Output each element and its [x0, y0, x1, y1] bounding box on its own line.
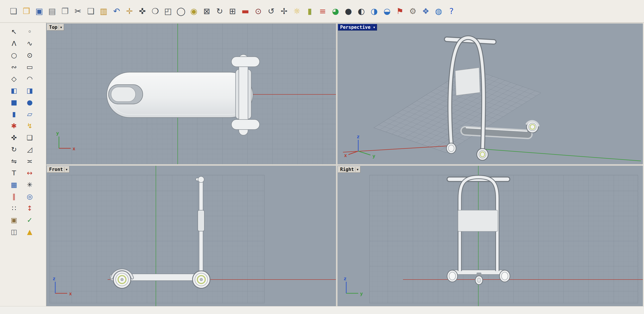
- sidebar-button-control-point-curve[interactable]: ∿: [22, 37, 37, 49]
- toolbar-button-zoom-dynamic[interactable]: ◯: [175, 4, 187, 18]
- shaded-view-icon: ●: [345, 7, 352, 15]
- sidebar-button-move[interactable]: ✜: [6, 132, 22, 143]
- sidebar-button-sweep-surface[interactable]: ◨: [22, 85, 37, 96]
- viewport-right-canvas[interactable]: z y: [338, 166, 643, 306]
- viewport-front-canvas[interactable]: z x: [46, 166, 336, 306]
- chevron-down-icon[interactable]: ▼: [372, 25, 376, 30]
- sidebar-button-circle[interactable]: ○: [6, 49, 22, 61]
- sidebar-button-rectangle[interactable]: ▭: [22, 61, 37, 73]
- sidebar-button-pipe[interactable]: ∥: [6, 191, 22, 202]
- toolbar-button-named-views[interactable]: ▬: [239, 4, 252, 18]
- sidebar-button-rotate[interactable]: ↻: [6, 143, 22, 155]
- sidebar-button-mirror[interactable]: ⇋: [6, 155, 22, 167]
- toolbar-button-layers[interactable]: ≡: [316, 4, 329, 18]
- chevron-down-icon[interactable]: ▼: [59, 25, 63, 30]
- sidebar-button-scale[interactable]: ◿: [22, 143, 37, 155]
- toolbar-button-print[interactable]: ▤: [46, 4, 58, 18]
- offset-icon: ≍: [27, 158, 32, 165]
- sidebar-button-check-errors[interactable]: ✓: [22, 214, 37, 226]
- toolbar-button-help[interactable]: ?: [445, 4, 458, 18]
- chevron-down-icon[interactable]: ▼: [355, 167, 360, 172]
- viewport-perspective-tab[interactable]: Perspective ▼: [338, 24, 377, 30]
- sidebar-button-text-object[interactable]: T: [6, 167, 22, 179]
- sidebar-button-vertical-dimension[interactable]: ↕: [22, 202, 37, 214]
- toolbar-button-rotate-camera[interactable]: ↺: [265, 4, 277, 18]
- new-document-icon: ❏: [10, 7, 17, 15]
- toolbar-button-open-file[interactable]: ❒: [20, 4, 32, 18]
- sidebar-button-explode[interactable]: ✳: [22, 179, 37, 191]
- toolbar-button-gumball[interactable]: ❖: [420, 4, 432, 18]
- toolbar-button-flag[interactable]: ⚑: [394, 4, 406, 18]
- sidebar-button-revolve[interactable]: ◎: [22, 191, 37, 202]
- sidebar-button-dimension[interactable]: ↔: [22, 167, 37, 179]
- single-point-icon: ◦: [28, 28, 32, 35]
- toolbar-button-render[interactable]: ◑: [368, 4, 380, 18]
- sidebar-button-select-arrow[interactable]: ↖: [6, 26, 22, 37]
- toolbar-button-options-gear[interactable]: ⚙: [407, 4, 419, 18]
- viewport-front-tab[interactable]: Front ▼: [47, 166, 70, 173]
- toolbar-button-export-selected[interactable]: ❐: [59, 4, 71, 18]
- toolbar-button-light[interactable]: ☼: [291, 4, 303, 18]
- viewport-top[interactable]: y x Top ▼: [46, 23, 336, 164]
- toolbar-button-zoom-extents[interactable]: ⊠: [200, 4, 213, 18]
- sidebar-button-cylinder[interactable]: ▮: [6, 108, 22, 120]
- sidebar-button-boolean-union[interactable]: ✱: [6, 120, 22, 132]
- toolbar-button-lock-viewport[interactable]: ▮: [304, 4, 316, 18]
- toolbar-button-zoom-window[interactable]: ◰: [162, 4, 174, 18]
- viewport-perspective[interactable]: z x y Perspective ▼: [338, 23, 643, 164]
- toolbar-button-set-cplane[interactable]: ✢: [278, 4, 290, 18]
- sidebar-button-group[interactable]: ▣: [6, 214, 22, 226]
- lock-viewport-icon: ▮: [308, 7, 312, 15]
- sidebar-button-copy-object[interactable]: ❑: [22, 132, 37, 143]
- viewport-front[interactable]: z x Front ▼: [46, 166, 336, 306]
- rotate-view-icon: ↻: [216, 7, 223, 15]
- cut-icon: ✂: [74, 7, 81, 15]
- viewport-right[interactable]: z y Right ▼: [338, 166, 643, 306]
- sidebar-button-block[interactable]: ▦: [6, 179, 22, 191]
- toolbar-button-zoom[interactable]: ❍: [149, 4, 161, 18]
- viewport-top-canvas[interactable]: y x: [46, 23, 336, 164]
- toolbar-button-color-picker[interactable]: ◕: [330, 4, 342, 18]
- toolbar-button-render-preview[interactable]: ◒: [381, 4, 393, 18]
- viewport-right-tab[interactable]: Right ▼: [338, 166, 360, 173]
- sidebar-button-arc[interactable]: ◠: [22, 73, 37, 85]
- sidebar-button-freeform-curve[interactable]: ∾: [6, 61, 22, 73]
- zoom-selected-icon: ⊙: [255, 7, 262, 15]
- viewport-perspective-canvas[interactable]: z x y: [338, 23, 643, 164]
- sidebar-button-box[interactable]: ■: [6, 96, 22, 108]
- sidebar-button-ellipse[interactable]: ⊙: [22, 49, 37, 61]
- undo-icon: ↶: [113, 7, 120, 15]
- toolbar-button-web-browser[interactable]: ◍: [432, 4, 445, 18]
- toolbar-button-move-view[interactable]: ✜: [136, 4, 148, 18]
- sidebar-button-cone[interactable]: ▲: [22, 226, 37, 238]
- toolbar-button-rendered-view[interactable]: ◐: [355, 4, 368, 18]
- sidebar-button-fillet-edge[interactable]: ↯: [22, 120, 37, 132]
- toolbar-button-zoom-target[interactable]: ◉: [188, 4, 200, 18]
- toolbar-button-undo[interactable]: ↶: [110, 4, 123, 18]
- toolbar-button-copy[interactable]: ❑: [85, 4, 97, 18]
- chevron-down-icon[interactable]: ▼: [64, 167, 69, 172]
- toolbar-button-shaded-view[interactable]: ●: [342, 4, 354, 18]
- toolbar-button-new-document[interactable]: ❏: [8, 4, 20, 18]
- viewport-top-tab[interactable]: Top ▼: [47, 24, 64, 30]
- toolbar-button-rotate-view[interactable]: ↻: [214, 4, 226, 18]
- toolbar-button-save[interactable]: ▣: [33, 4, 46, 18]
- toolbar-button-paste[interactable]: ▥: [98, 4, 110, 18]
- toolbar-button-viewport-layout[interactable]: ⊞: [226, 4, 238, 18]
- sidebar-button-polyline[interactable]: Λ: [6, 37, 22, 49]
- sidebar-button-polygon[interactable]: ◇: [6, 73, 22, 85]
- zoom-dynamic-icon: ◯: [176, 7, 185, 15]
- print-icon: ▤: [48, 7, 56, 15]
- sidebar-button-array[interactable]: ∷: [6, 202, 22, 214]
- toolbar-button-cut[interactable]: ✂: [72, 4, 84, 18]
- loft-surface-icon: ◧: [11, 87, 17, 94]
- toolbar-button-pan[interactable]: ✛: [123, 4, 136, 18]
- toolbar-button-zoom-selected[interactable]: ⊙: [252, 4, 264, 18]
- sidebar-button-loft-surface[interactable]: ◧: [6, 85, 22, 96]
- sidebar-button-offset[interactable]: ≍: [22, 155, 37, 167]
- sidebar-button-plane-surface[interactable]: ▱: [22, 108, 37, 120]
- sidebar-button-sphere[interactable]: ●: [22, 96, 37, 108]
- sidebar-button-single-point[interactable]: ◦: [22, 26, 37, 37]
- sidebar-button-cage-edit[interactable]: ◫: [6, 226, 22, 238]
- zoom-target-icon: ◉: [190, 7, 197, 15]
